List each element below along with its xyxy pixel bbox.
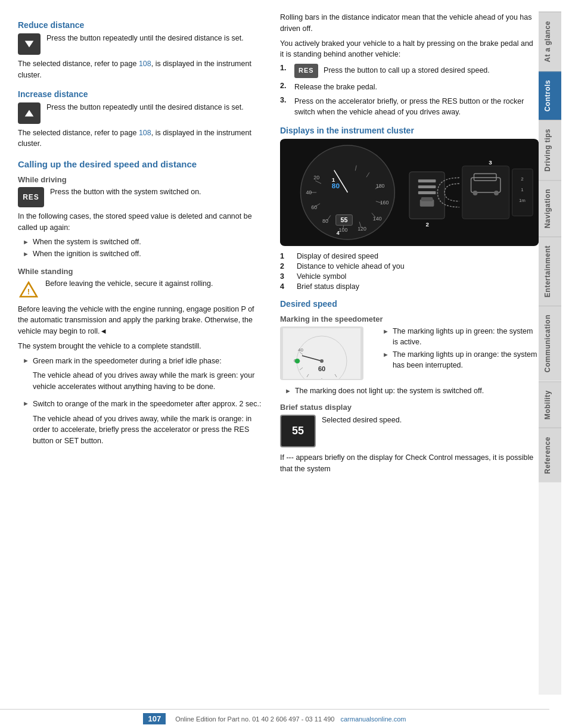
increase-note: The selected distance, refer to page 108… (18, 127, 262, 150)
brief-status-heading: Brief status display (280, 403, 539, 412)
increase-distance-row: Press the button repeatedly until the de… (18, 102, 262, 124)
standstill-text: The system brought the vehicle to a comp… (18, 341, 262, 352)
display-label-1: Display of desired speed (297, 252, 378, 260)
sidebar-tab-navigation[interactable]: Navigation (539, 180, 561, 237)
bullet-switched-off: ► When the system is switched off. (23, 237, 262, 248)
step-3: 3. Press on the accelerator briefly, or … (280, 96, 539, 117)
svg-point-60 (295, 359, 300, 363)
cases-intro: In the following cases, the stored speed… (18, 211, 262, 234)
bullet-text-5: The marking lights up in green: the syst… (393, 326, 539, 347)
svg-rect-36 (418, 191, 436, 194)
res-btn-icon[interactable]: RES (18, 187, 44, 207)
increase-btn-icon[interactable] (18, 102, 41, 124)
svg-rect-38 (421, 197, 433, 201)
sidebar-tab-communication[interactable]: Communication (539, 306, 561, 381)
bullet-arrow-4: ► (23, 400, 29, 407)
display-item-3: 3 Vehicle symbol (280, 272, 539, 281)
step-1-text: RES Press the button to call up a stored… (294, 64, 539, 78)
sidebar-tab-entertainment[interactable]: Entertainment (539, 237, 561, 306)
display-item-2: 2 Distance to vehicle ahead of you (280, 262, 539, 270)
desired-speed-heading: Desired speed (280, 299, 539, 309)
svg-marker-0 (25, 41, 34, 48)
footer-site: carmanualsonline.com (340, 715, 406, 723)
bullet-no-light: ► The marking does not light up: the sys… (285, 386, 539, 397)
speedometer-image: 40 60 60 (280, 326, 363, 380)
reduce-instruction: Press the button repeatedly until the de… (46, 33, 262, 44)
brief-status-text: Selected desired speed. (322, 415, 539, 426)
left-column: Reduce distance Press the button repeate… (18, 12, 274, 695)
while-driving-heading: While driving (18, 175, 262, 184)
step-3-num: 3. (280, 96, 290, 104)
warning-text: Before leaving the vehicle, secure it ag… (45, 279, 262, 290)
marking-section: 40 60 60 ► The marking lights up in gree… (280, 326, 539, 380)
bullet-arrow-1: ► (23, 238, 29, 245)
bullet-arrow-5: ► (383, 328, 389, 335)
svg-text:2: 2 (521, 177, 523, 182)
bullet-text-7: The marking does not light up: the syste… (295, 386, 484, 397)
svg-point-43 (473, 191, 478, 195)
display-label-4: Brief status display (297, 282, 359, 291)
reduce-btn-icon[interactable] (18, 33, 41, 55)
svg-point-62 (320, 359, 324, 363)
increase-distance-heading: Increase distance (18, 89, 262, 99)
brief-status-text-area: Selected desired speed. (322, 415, 539, 430)
warning-icon: ! (18, 279, 39, 300)
warning-row: ! Before leaving the vehicle, secure it … (18, 279, 262, 300)
final-text: If --- appears briefly on the display fo… (280, 452, 539, 475)
step-2-text: Release the brake pedal. (294, 82, 539, 92)
sidebar-tabs: At a glance Controls Driving tips Naviga… (539, 12, 561, 695)
cluster-svg: 20 40 60 80 100 120 140 160 180 mph 1 80… (280, 139, 539, 246)
step-1-num: 1. (280, 64, 290, 72)
reduce-note: The selected distance, refer to page 108… (18, 58, 262, 81)
bullet-arrow-6: ► (383, 351, 389, 358)
display-label-2: Distance to vehicle ahead of you (297, 262, 405, 270)
warning-triangle-icon: ! (19, 281, 38, 298)
step-1: 1. RES Press the button to call up a sto… (280, 64, 539, 78)
sidebar-tab-reference[interactable]: Reference (539, 428, 561, 483)
svg-rect-34 (418, 180, 436, 183)
display-item-1: 1 Display of desired speed (280, 252, 539, 260)
while-driving-row: RES Press the button with the system swi… (18, 187, 262, 207)
svg-rect-33 (409, 172, 444, 219)
svg-text:160: 160 (380, 200, 389, 206)
svg-text:55: 55 (340, 217, 347, 224)
orange-mark-subtext: The vehicle ahead of you drives away, wh… (33, 413, 262, 447)
svg-text:1m: 1m (519, 198, 526, 203)
reduce-note-link[interactable]: 108 (139, 60, 151, 68)
sidebar-tab-driving-tips[interactable]: Driving tips (539, 120, 561, 180)
svg-marker-1 (25, 110, 34, 116)
svg-text:40: 40 (298, 347, 303, 353)
bullet-arrow-3: ► (23, 357, 29, 364)
speedo-mini-svg: 40 60 60 (283, 328, 360, 379)
display-num-2: 2 (280, 262, 291, 270)
svg-text:140: 140 (373, 216, 382, 222)
svg-text:4: 4 (337, 230, 340, 236)
displays-heading: Displays in the instrument cluster (280, 126, 539, 135)
svg-rect-35 (418, 185, 436, 188)
bullet-arrow-2: ► (23, 250, 29, 257)
svg-text:40: 40 (306, 189, 312, 195)
bullet-orange-mark: ► Switch to orange of the mark in the sp… (23, 399, 262, 450)
increase-note-link[interactable]: 108 (139, 129, 151, 137)
standing-body-text: Before leaving the vehicle with the engi… (18, 304, 262, 337)
sidebar-tab-at-a-glance[interactable]: At a glance (539, 12, 561, 71)
svg-text:60: 60 (318, 365, 325, 372)
sidebar-tab-controls[interactable]: Controls (539, 71, 561, 120)
reduce-distance-heading: Reduce distance (18, 20, 262, 30)
svg-text:80: 80 (322, 219, 328, 225)
res-inline-btn: RES (294, 64, 318, 78)
display-items-list: 1 Display of desired speed 2 Distance to… (280, 252, 539, 291)
orange-mark-label: Switch to orange of the mark in the spee… (33, 399, 262, 410)
bullet-green-mark: ► Green mark in the speedometer during a… (23, 356, 262, 396)
step-2-num: 2. (280, 82, 290, 90)
svg-text:3: 3 (489, 159, 492, 166)
sidebar-tab-mobility[interactable]: Mobility (539, 381, 561, 428)
bullet-text-6: The marking lights up in orange: the sys… (393, 350, 539, 371)
display-num-4: 4 (280, 282, 291, 291)
svg-text:1: 1 (521, 187, 523, 192)
while-driving-instruction: Press the button with the system switche… (50, 187, 262, 198)
bullet-marking-orange: ► The marking lights up in orange: the s… (383, 350, 539, 371)
while-standing-heading: While standing (18, 267, 262, 276)
bullet-text-1: When the system is switched off. (33, 237, 141, 248)
display-num-1: 1 (280, 252, 291, 260)
